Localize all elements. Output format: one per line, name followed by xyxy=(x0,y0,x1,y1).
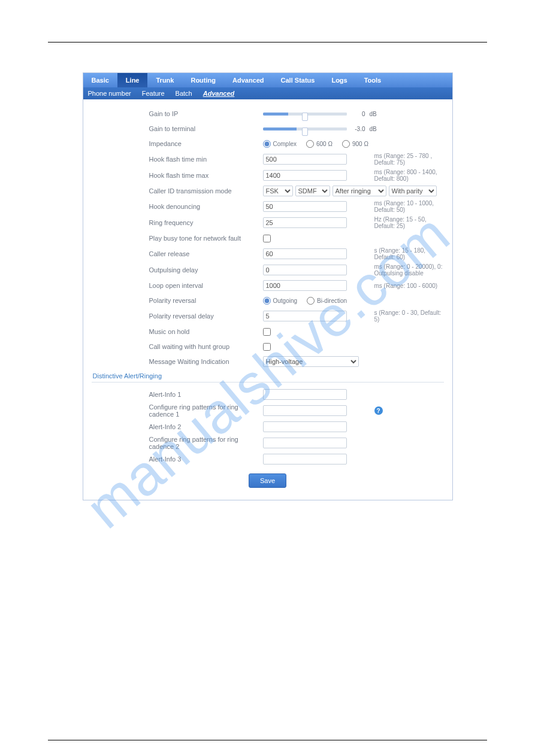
label-music-on-hold: Music on hold xyxy=(89,328,263,335)
label-impedance: Impedance xyxy=(89,140,263,147)
label-mwi: Message Waiting Indication xyxy=(89,358,263,365)
input-loop-open[interactable] xyxy=(263,280,347,291)
input-ring-cadence-2[interactable] xyxy=(263,438,347,448)
help-icon[interactable]: ? xyxy=(374,406,383,415)
label-ring-cadence-2: Configure ring patterns for ring cadence… xyxy=(89,436,263,450)
input-hook-flash-max[interactable] xyxy=(263,170,347,181)
slider-gain-to-terminal[interactable] xyxy=(263,127,347,130)
radio-polarity-outgoing[interactable] xyxy=(263,297,271,305)
label-hook-flash-min: Hook flash time min xyxy=(89,156,263,163)
hint-polarity-delay: s (Range: 0 - 30, Default: 5) xyxy=(371,309,446,323)
unit-gain-to-terminal: dB xyxy=(370,126,377,132)
label-ring-freq: Ring frequency xyxy=(89,219,263,226)
main-tabbar: Basic Line Trunk Routing Advanced Call S… xyxy=(83,73,452,87)
slider-gain-to-ip[interactable] xyxy=(263,113,347,116)
hint-hook-debouncing: ms (Range: 10 - 1000, Default: 50) xyxy=(371,200,446,213)
radio-label-outgoing: Outgoing xyxy=(273,297,298,304)
top-rule xyxy=(48,42,487,42)
subtab-phone-number[interactable]: Phone number xyxy=(88,90,131,97)
radio-label-900: 900 Ω xyxy=(352,141,368,147)
label-alert-info-1: Alert-Info 1 xyxy=(89,391,263,398)
tab-basic[interactable]: Basic xyxy=(83,73,117,87)
section-divider xyxy=(92,382,444,382)
form-body: Gain to IP 0 dB Gain to terminal -3.0 dB… xyxy=(83,99,452,500)
label-polarity-reversal: Polarity reversal xyxy=(89,297,263,304)
select-mwi[interactable]: High-voltage xyxy=(263,356,359,367)
label-polarity-delay: Polarity reversal delay xyxy=(89,312,263,320)
input-hook-debouncing[interactable] xyxy=(263,201,347,212)
select-cid-parity[interactable]: With parity xyxy=(389,186,437,196)
radio-label-bidirection: Bi-direction xyxy=(317,297,347,304)
label-hook-debouncing: Hook denouncing xyxy=(89,203,263,210)
subtab-batch[interactable]: Batch xyxy=(176,90,192,97)
label-loop-open: Loop open interval xyxy=(89,282,263,289)
label-cid-mode: Caller ID transmission mode xyxy=(89,187,263,195)
tab-trunk[interactable]: Trunk xyxy=(147,73,182,87)
label-gain-to-terminal: Gain to terminal xyxy=(89,125,263,132)
radio-label-600: 600 Ω xyxy=(316,141,333,147)
hint-outpulsing-delay: ms (Range: 0 - 20000), 0: Outpulsing dis… xyxy=(371,263,446,277)
input-caller-release[interactable] xyxy=(263,248,347,259)
input-alert-info-1[interactable] xyxy=(263,389,347,400)
checkbox-music-on-hold[interactable] xyxy=(263,328,271,336)
input-ring-freq[interactable] xyxy=(263,217,347,228)
input-polarity-delay[interactable] xyxy=(263,311,347,321)
label-play-busy: Play busy tone for network fault xyxy=(89,235,263,242)
hint-hook-flash-min: ms (Range: 25 - 780 , Default: 75) xyxy=(371,153,446,166)
checkbox-call-waiting-hg[interactable] xyxy=(263,343,271,351)
label-outpulsing-delay: Outpulsing delay xyxy=(89,266,263,274)
select-cid-after-ringing[interactable]: After ringing xyxy=(333,186,386,196)
tab-routing[interactable]: Routing xyxy=(182,73,224,87)
select-cid-sdmf[interactable]: SDMF xyxy=(295,186,330,196)
subtab-feature[interactable]: Feature xyxy=(142,90,165,97)
tab-tools[interactable]: Tools xyxy=(356,73,390,87)
label-ring-cadence-1: Configure ring patterns for ring cadence… xyxy=(89,403,263,418)
hint-hook-flash-max: ms (Range: 800 - 1400, Default: 800) xyxy=(371,169,446,182)
select-cid-fsk[interactable]: FSK xyxy=(263,186,293,196)
tab-call-status[interactable]: Call Status xyxy=(273,73,324,87)
input-hook-flash-min[interactable] xyxy=(263,154,347,165)
input-ring-cadence-1[interactable] xyxy=(263,405,347,416)
hint-loop-open: ms (Range: 100 - 6000) xyxy=(371,283,446,289)
tab-advanced[interactable]: Advanced xyxy=(224,73,273,87)
label-hook-flash-max: Hook flash time max xyxy=(89,172,263,179)
page-container: manualshive.com Basic Line Trunk Routing… xyxy=(0,0,535,756)
value-gain-to-ip: 0 xyxy=(349,111,367,117)
unit-gain-to-ip: dB xyxy=(370,111,377,117)
tab-logs[interactable]: Logs xyxy=(323,73,355,87)
label-alert-info-2: Alert-Info 2 xyxy=(89,423,263,430)
save-button[interactable]: Save xyxy=(249,473,286,488)
label-alert-info-3: Alert-Info 3 xyxy=(89,456,263,463)
radio-label-complex: Complex xyxy=(273,141,297,147)
radio-impedance-complex[interactable] xyxy=(263,140,271,148)
hint-caller-release: s (Range: 15 - 180, Default: 60) xyxy=(371,247,446,260)
radio-impedance-600[interactable] xyxy=(306,140,314,148)
value-gain-to-terminal: -3.0 xyxy=(349,126,367,132)
checkbox-play-busy[interactable] xyxy=(263,235,271,242)
label-caller-release: Caller release xyxy=(89,250,263,257)
app-panel: Basic Line Trunk Routing Advanced Call S… xyxy=(83,72,453,500)
input-alert-info-2[interactable] xyxy=(263,421,347,432)
label-gain-to-ip: Gain to IP xyxy=(89,110,263,117)
hint-ring-freq: Hz (Range: 15 - 50, Default: 25) xyxy=(371,216,446,229)
label-call-waiting-hg: Call waiting with hunt group xyxy=(89,343,263,350)
subtab-advanced[interactable]: Advanced xyxy=(203,90,235,97)
section-distinctive: Distinctive Alert/Ringing xyxy=(93,372,446,379)
bottom-rule xyxy=(48,740,487,740)
sub-tabbar: Phone number Feature Batch Advanced xyxy=(83,87,452,99)
input-outpulsing-delay[interactable] xyxy=(263,265,347,275)
radio-polarity-bidirection[interactable] xyxy=(307,297,315,305)
radio-impedance-900[interactable] xyxy=(342,140,350,148)
input-alert-info-3[interactable] xyxy=(263,454,347,464)
tab-line[interactable]: Line xyxy=(117,73,148,87)
